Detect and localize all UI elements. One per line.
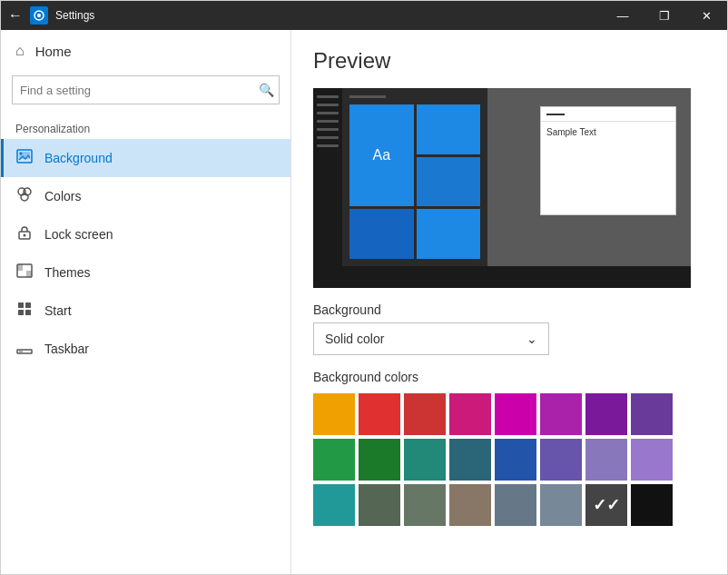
dropdown-value: Solid color (325, 332, 384, 346)
color-swatch-11[interactable] (449, 439, 491, 481)
home-nav-item[interactable]: ⌂ Home (1, 30, 290, 72)
search-button[interactable]: 🔍 (259, 83, 274, 97)
sidebar: ⌂ Home 🔍 Personalization Background (1, 30, 291, 574)
taskbar-icon (15, 339, 34, 359)
svg-point-4 (20, 153, 23, 155)
titlebar: ← Settings — ❐ ✕ (1, 1, 727, 30)
sidebar-item-colors-label: Colors (44, 189, 81, 203)
lock-screen-icon (15, 224, 34, 244)
color-swatch-0[interactable] (313, 393, 355, 435)
color-swatch-15[interactable] (631, 439, 673, 481)
back-button[interactable]: ← (8, 7, 23, 24)
preview-window-title-line (546, 114, 565, 115)
sidebar-item-background-label: Background (44, 151, 113, 165)
preview-window-titlebar (541, 107, 675, 122)
preview-sidebar-line (317, 128, 339, 131)
color-swatch-13[interactable] (540, 439, 582, 481)
color-swatch-21[interactable] (540, 484, 582, 526)
sidebar-item-themes-label: Themes (44, 265, 91, 280)
tile-aa-text: Aa (372, 147, 390, 164)
sidebar-item-colors[interactable]: Colors (1, 177, 290, 215)
color-swatch-22[interactable]: ✓ (585, 484, 627, 526)
svg-point-9 (24, 234, 26, 237)
minimize-button[interactable]: — (602, 1, 644, 30)
small-tile-3 (349, 209, 414, 259)
color-swatch-14[interactable] (585, 439, 627, 481)
color-swatch-8[interactable] (313, 439, 355, 481)
search-box: 🔍 (12, 75, 280, 104)
preview-sidebar-line (317, 104, 339, 106)
page-title: Preview (313, 48, 705, 74)
svg-rect-13 (18, 302, 24, 308)
preview-sidebar-line (317, 120, 339, 123)
color-swatch-17[interactable] (359, 484, 400, 526)
svg-rect-18 (19, 352, 23, 352)
svg-rect-14 (25, 302, 31, 308)
background-icon (15, 148, 34, 168)
color-swatch-1[interactable] (359, 393, 400, 435)
sidebar-item-start[interactable]: Start (1, 292, 290, 330)
search-input[interactable] (12, 75, 280, 104)
color-swatch-20[interactable] (495, 484, 536, 526)
main-content: Preview Aa (291, 30, 727, 574)
svg-point-1 (37, 14, 41, 17)
preview-sidebar-line (317, 136, 339, 139)
section-label: Personalization (1, 115, 290, 139)
color-swatch-16[interactable] (313, 484, 355, 526)
preview-area: Aa Sample Text (313, 88, 691, 288)
sidebar-item-themes[interactable]: Themes (1, 253, 290, 292)
home-label: Home (35, 44, 72, 59)
sidebar-item-background[interactable]: Background (1, 139, 290, 177)
preview-tiles: Aa (342, 88, 487, 266)
app-icon (30, 6, 48, 25)
themes-icon (15, 263, 34, 283)
color-swatch-7[interactable] (631, 393, 673, 435)
svg-rect-15 (18, 310, 24, 315)
start-icon (15, 301, 34, 321)
preview-sidebar-line (317, 95, 339, 98)
color-swatch-9[interactable] (359, 439, 400, 481)
svg-rect-16 (25, 310, 31, 315)
preview-window-body: Sample Text (541, 122, 675, 143)
sidebar-item-start-label: Start (44, 303, 72, 318)
preview-sidebar-line (317, 144, 339, 147)
color-swatch-5[interactable] (540, 393, 582, 435)
sidebar-item-taskbar-label: Taskbar (44, 342, 89, 356)
window-title: Settings (55, 9, 94, 22)
sample-text: Sample Text (546, 127, 596, 137)
preview-window: Sample Text (540, 106, 676, 215)
preview-taskbar (313, 266, 691, 288)
background-dropdown[interactable]: Solid color ⌄ (313, 322, 549, 355)
home-icon: ⌂ (15, 43, 25, 59)
color-swatch-10[interactable] (404, 439, 446, 481)
small-tile-2 (417, 157, 481, 207)
svg-rect-12 (26, 271, 32, 277)
preview-sidebar (313, 88, 342, 266)
settings-window: ← Settings — ❐ ✕ ⌂ Home 🔍 (0, 0, 728, 575)
sidebar-item-taskbar[interactable]: Taskbar (1, 330, 290, 368)
color-swatch-19[interactable] (449, 484, 491, 526)
content-area: ⌂ Home 🔍 Personalization Background (1, 30, 727, 574)
close-button[interactable]: ✕ (685, 1, 727, 30)
color-swatch-12[interactable] (495, 439, 536, 481)
color-swatch-4[interactable] (495, 393, 536, 435)
main-tile: Aa (349, 104, 414, 206)
color-grid: ✓ (313, 393, 705, 526)
window-controls: — ❐ ✕ (602, 1, 727, 30)
sidebar-item-lock-screen[interactable]: Lock screen (1, 215, 290, 253)
titlebar-left: ← Settings (8, 6, 94, 25)
color-swatch-23[interactable] (631, 484, 673, 526)
tiles-grid: Aa (349, 104, 480, 259)
color-swatch-2[interactable] (404, 393, 446, 435)
background-colors-label: Background colors (313, 370, 705, 384)
colors-icon (15, 186, 34, 206)
color-swatch-6[interactable] (585, 393, 627, 435)
preview-sidebar-line (317, 112, 339, 114)
svg-rect-11 (17, 264, 23, 271)
sidebar-item-lock-screen-label: Lock screen (44, 227, 113, 242)
background-field-label: Background (313, 302, 705, 317)
chevron-down-icon: ⌄ (526, 332, 537, 346)
color-swatch-18[interactable] (404, 484, 446, 526)
maximize-button[interactable]: ❐ (644, 1, 685, 30)
color-swatch-3[interactable] (449, 393, 491, 435)
